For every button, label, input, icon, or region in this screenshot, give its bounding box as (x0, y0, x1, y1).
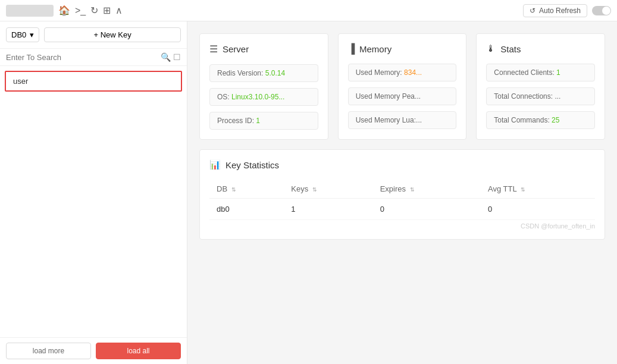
refresh-icon[interactable]: ↻ (90, 5, 98, 16)
table-cell-avg-ttl: 0 (481, 199, 595, 220)
stat-value: 834... (404, 68, 422, 77)
auto-refresh-toggle[interactable] (592, 6, 611, 15)
sidebar-controls: DB0 ▾ + New Key (0, 21, 187, 49)
stat-item: Connected Clients: 1 (486, 64, 595, 81)
db-selector[interactable]: DB0 ▾ (6, 27, 39, 42)
home-icon[interactable]: 🏠 (58, 5, 70, 16)
app-logo (6, 5, 54, 17)
memory-icon: ▐ (348, 43, 355, 54)
key-item-text: user (13, 77, 28, 86)
stat-value: 1 (256, 117, 260, 125)
key-statistics-card: 📊 Key Statistics DB ⇅ Keys ⇅ (199, 149, 605, 240)
thermometer-icon: 🌡 (486, 43, 496, 54)
memory-card-title: ▐ Memory (348, 43, 457, 54)
stat-label: Used Memory: (356, 68, 404, 77)
expand-icon[interactable]: ∧ (115, 5, 123, 16)
stat-item: Total Connections: ... (486, 87, 595, 105)
memory-card-items: Used Memory: 834... Used Memory Pea... U… (348, 64, 457, 129)
stat-value: 5.0.14 (265, 69, 285, 77)
stat-item: Used Memory Lua:... (348, 111, 457, 129)
stat-item: Process ID: 1 (209, 112, 318, 130)
stat-label: Redis Version: (217, 69, 265, 77)
stat-label: Used Memory Pea... (356, 92, 421, 101)
table-header-keys[interactable]: Keys ⇅ (284, 180, 372, 199)
db-selector-value: DB0 (11, 30, 26, 39)
sidebar-footer: load more load all (0, 337, 187, 364)
stat-label: Connected Clients: (494, 68, 556, 77)
stat-label: Used Memory Lua:... (356, 116, 422, 124)
table-header-avg-ttl[interactable]: Avg TTL ⇅ (481, 180, 595, 199)
cards-row: ☰ Server Redis Version: 5.0.14 OS: Linux… (199, 33, 605, 140)
memory-card: ▐ Memory Used Memory: 834... Used Memory… (338, 33, 467, 140)
stats-card-title: 🌡 Stats (486, 43, 595, 54)
sort-icon: ⇅ (312, 187, 317, 193)
table-cell-db: db0 (209, 199, 284, 220)
server-icon: ☰ (209, 43, 218, 55)
grid-icon[interactable]: ⊞ (103, 5, 111, 16)
auto-refresh-icon: ↺ (530, 7, 535, 15)
server-card: ☰ Server Redis Version: 5.0.14 OS: Linux… (199, 33, 328, 140)
stat-item: Used Memory: 834... (348, 64, 457, 81)
stat-label: Total Connections: ... (494, 92, 560, 101)
stats-card: 🌡 Stats Connected Clients: 1 Total Conne… (476, 33, 605, 140)
sort-icon: ⇅ (521, 187, 525, 193)
stat-item: Total Commands: 25 (486, 111, 595, 129)
table-cell-keys: 1 (284, 199, 372, 220)
stat-item: Redis Version: 5.0.14 (209, 64, 318, 82)
main-layout: DB0 ▾ + New Key 🔍 ☐ user load more (0, 21, 617, 364)
auto-refresh-label: Auto Refresh (539, 7, 581, 15)
key-statistics-title: 📊 Key Statistics (209, 159, 595, 170)
bar-chart-icon: 📊 (209, 159, 221, 170)
watermark: CSDN @fortune_often_in (209, 222, 595, 230)
load-all-label: load all (127, 347, 149, 355)
key-list: user (0, 66, 187, 337)
search-icon[interactable]: 🔍 (161, 52, 171, 62)
server-card-items: Redis Version: 5.0.14 OS: Linux3.10.0-95… (209, 64, 318, 130)
terminal-icon[interactable]: >_ (75, 5, 86, 16)
stat-label: Process ID: (217, 117, 256, 125)
load-all-button[interactable]: load all (96, 343, 181, 359)
key-statistics-table: DB ⇅ Keys ⇅ Expires ⇅ Avg TTL (209, 180, 595, 220)
server-card-title: ☰ Server (209, 43, 318, 55)
server-title-text: Server (223, 44, 249, 54)
table-header-row: DB ⇅ Keys ⇅ Expires ⇅ Avg TTL (209, 180, 595, 199)
stat-value: Linux3.10.0-95... (231, 93, 284, 101)
sort-icon: ⇅ (410, 187, 415, 193)
stats-title-text: Stats (500, 44, 521, 54)
search-input[interactable] (6, 53, 157, 62)
sidebar: DB0 ▾ + New Key 🔍 ☐ user load more (0, 21, 187, 364)
toolbar: 🏠 >_ ↻ ⊞ ∧ ↺ Auto Refresh (0, 0, 617, 21)
stat-value: 25 (552, 116, 559, 124)
content-area: ☰ Server Redis Version: 5.0.14 OS: Linux… (187, 21, 617, 364)
stat-label: OS: (217, 93, 231, 101)
stat-item: Used Memory Pea... (348, 87, 457, 105)
key-statistics-title-text: Key Statistics (225, 160, 279, 170)
list-item[interactable]: user (5, 71, 182, 92)
stat-label: Total Commands: (494, 116, 552, 124)
search-icons: 🔍 ☐ (161, 52, 181, 62)
toolbar-right: ↺ Auto Refresh (523, 4, 611, 17)
table-cell-expires: 0 (373, 199, 481, 220)
stat-item: OS: Linux3.10.0-95... (209, 88, 318, 106)
sort-icon: ⇅ (231, 187, 236, 193)
load-more-button[interactable]: load more (6, 343, 91, 359)
stats-card-items: Connected Clients: 1 Total Connections: … (486, 64, 595, 129)
chevron-down-icon: ▾ (30, 30, 34, 39)
table-header-expires[interactable]: Expires ⇅ (373, 180, 481, 199)
new-key-label: + New Key (94, 30, 131, 39)
new-key-button[interactable]: + New Key (44, 27, 181, 42)
stat-value: 1 (556, 68, 560, 77)
table-header-db[interactable]: DB ⇅ (209, 180, 284, 199)
load-more-label: load more (33, 347, 64, 355)
table-row: db0 1 0 0 (209, 199, 595, 220)
auto-refresh-button[interactable]: ↺ Auto Refresh (523, 4, 587, 17)
memory-title-text: Memory (359, 44, 392, 54)
filter-icon[interactable]: ☐ (173, 52, 181, 62)
search-bar: 🔍 ☐ (0, 49, 187, 66)
